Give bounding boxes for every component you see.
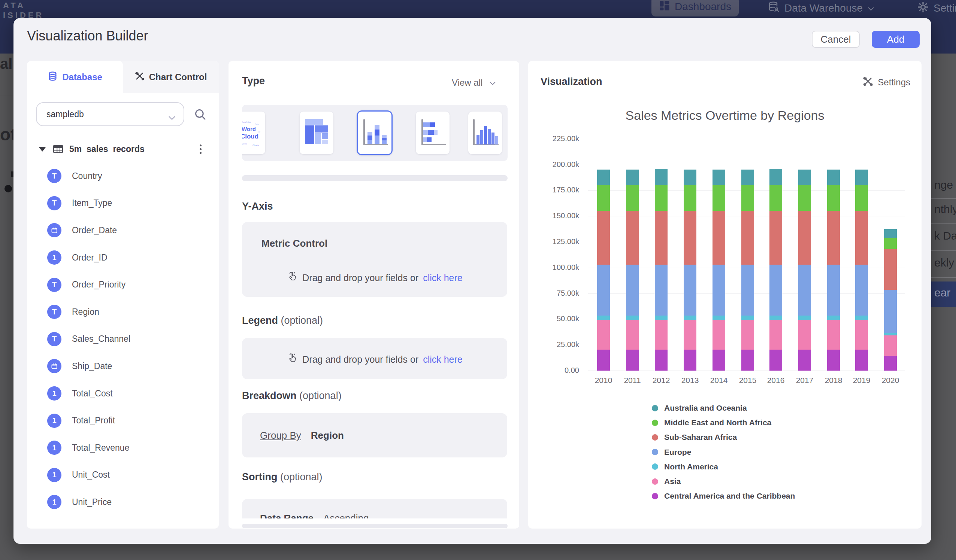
tab-chart-control-label: Chart Control	[149, 72, 207, 82]
bar-segment	[827, 211, 840, 264]
field-row[interactable]: TOrder_Priority	[36, 271, 210, 298]
horizontal-scrollbar[interactable]	[242, 524, 508, 528]
legend-dropzone[interactable]: Drag and drop your fields or click here	[242, 338, 507, 379]
chevron-down-icon	[867, 2, 875, 14]
bar-segment	[884, 229, 897, 238]
bar-segment	[597, 211, 610, 264]
tab-database[interactable]: Database	[27, 61, 123, 93]
sorting-dropzone[interactable]: Data Range Ascending	[242, 499, 507, 518]
chart-type-stacked-column[interactable]	[357, 110, 393, 155]
table-tree-row[interactable]: 5m_sales_records	[36, 141, 210, 157]
field-row[interactable]: TItem_Type	[36, 190, 210, 217]
search-icon[interactable]	[194, 108, 207, 122]
backdrop-divider	[931, 223, 956, 224]
bar-segment	[597, 315, 610, 320]
viz-settings-button[interactable]: Settings	[863, 76, 910, 89]
horizontal-scrollbar[interactable]	[242, 175, 508, 181]
cancel-button[interactable]: Cancel	[812, 31, 860, 48]
click-here-link[interactable]: click here	[423, 354, 463, 365]
bar-segment	[712, 211, 725, 264]
chart-type-word-cloud[interactable]: WordCloudAnalyticsDataKeywordChartsViz	[242, 111, 265, 154]
chart-type-stacked-bar[interactable]	[416, 111, 450, 154]
x-axis-tick-label: 2018	[819, 376, 849, 385]
y-axis-tick-label: 200.00k	[536, 160, 579, 169]
tools-icon	[863, 76, 873, 89]
backdrop-menu-item: ear	[934, 286, 956, 299]
chevron-down-icon	[489, 81, 496, 86]
field-row[interactable]: TRegion	[36, 298, 210, 326]
legend-item[interactable]: Central America and the Caribbean	[652, 491, 795, 500]
collapse-caret-icon[interactable]	[39, 147, 46, 152]
bar-segment	[597, 265, 610, 315]
table-icon	[53, 144, 63, 154]
bar-segment	[855, 265, 868, 315]
legend-dot	[652, 449, 658, 455]
field-row[interactable]: 1Unit_Price	[36, 488, 210, 516]
field-label: Country	[72, 171, 102, 181]
legend-section-label: Legend (optional)	[242, 315, 323, 326]
field-row[interactable]: 1Total_Profit	[36, 407, 210, 434]
legend-dot	[652, 463, 658, 470]
chart-type-histogram[interactable]	[468, 111, 502, 154]
bar-segment	[626, 320, 639, 350]
legend-label: North America	[664, 462, 718, 471]
data-warehouse-icon	[768, 1, 780, 16]
view-all-dropdown[interactable]: View all	[378, 77, 496, 88]
tap-hand-icon	[286, 352, 298, 367]
field-row[interactable]: 1Total_Revenue	[36, 434, 210, 461]
number-field-icon: 1	[47, 495, 61, 509]
bar-segment	[712, 320, 725, 350]
bar-segment	[626, 211, 639, 264]
field-row[interactable]: Ship_Date	[36, 353, 210, 380]
tab-chart-control[interactable]: Chart Control	[123, 61, 219, 93]
bar-segment	[884, 336, 897, 356]
legend-item[interactable]: Asia	[652, 477, 681, 486]
bar-segment	[827, 320, 840, 350]
field-row[interactable]: 1Unit_Cost	[36, 461, 210, 489]
backdrop-menu-item: nthly	[934, 203, 956, 216]
logo-line-1: ATA	[3, 1, 44, 11]
chart-title: Sales Metrics Overtime by Regions	[528, 108, 921, 123]
bar-segment	[769, 169, 782, 185]
y-axis-tick-label: 175.00k	[536, 186, 579, 194]
datasource-select[interactable]: sampledb	[36, 102, 184, 126]
field-row[interactable]: 1Order_ID	[36, 244, 210, 271]
breakdown-dropzone[interactable]: Group By Region	[242, 413, 507, 457]
bar-segment	[597, 320, 610, 350]
bar-segment	[712, 315, 725, 320]
bar-segment	[741, 185, 754, 211]
legend-item[interactable]: Sub-Saharan Africa	[652, 433, 737, 442]
legend-item[interactable]: Europe	[652, 448, 691, 457]
sorting-field: Data Range	[260, 513, 314, 518]
sorting-dropzone-clipped: Data Range Ascending	[242, 499, 507, 518]
legend-item[interactable]: North America	[652, 462, 718, 471]
gear-icon	[917, 1, 929, 16]
field-row[interactable]: 1Total_Cost	[36, 380, 210, 407]
group-by-link[interactable]: Group By	[260, 430, 301, 441]
chart-type-treemap[interactable]	[300, 111, 333, 154]
legend-label: Central America and the Caribbean	[664, 491, 795, 500]
kebab-menu-icon[interactable]	[200, 144, 201, 154]
bar-segment	[684, 169, 697, 185]
optional-suffix: (optional)	[299, 390, 342, 401]
drag-drop-hint: Drag and drop your fields or click here	[242, 271, 507, 285]
field-label: Order_Priority	[72, 280, 126, 290]
click-here-link[interactable]: click here	[423, 273, 463, 283]
field-list: TCountryTItem_TypeOrder_Date1Order_IDTOr…	[36, 162, 210, 516]
field-row[interactable]: Order_Date	[36, 217, 210, 244]
breakdown-label: Breakdown	[242, 390, 297, 401]
database-icon	[47, 71, 58, 83]
bar-segment	[655, 315, 668, 320]
add-button[interactable]: Add	[872, 31, 920, 48]
legend-dot	[652, 478, 658, 485]
metric-control-dropzone[interactable]: Metric Control Drag and drop your fields…	[242, 222, 507, 297]
x-axis-tick-label: 2014	[704, 376, 734, 385]
field-row[interactable]: TSales_Channel	[36, 326, 210, 353]
bar-segment	[827, 169, 840, 185]
legend-item[interactable]: Middle East and North Africa	[652, 418, 771, 427]
legend-item[interactable]: Australia and Oceania	[652, 403, 747, 413]
bar-segment	[769, 185, 782, 211]
field-row[interactable]: TCountry	[36, 162, 210, 190]
field-label: Unit_Cost	[72, 470, 110, 480]
bar-segment	[855, 350, 868, 370]
